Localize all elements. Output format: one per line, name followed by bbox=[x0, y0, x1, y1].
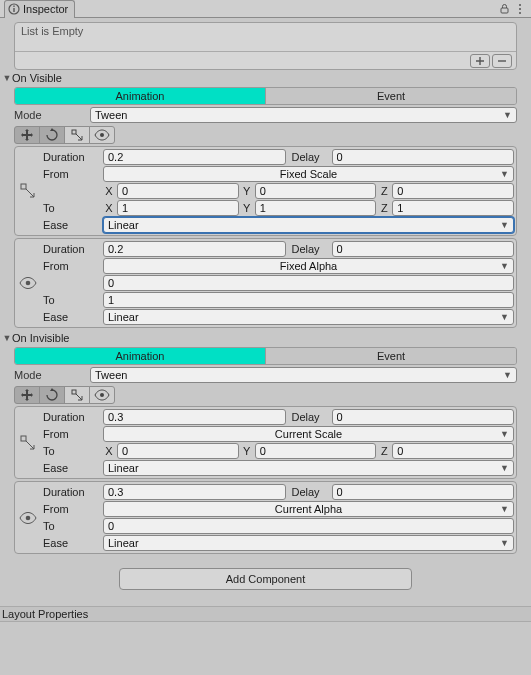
tab-animation[interactable]: Animation bbox=[15, 88, 266, 104]
tool-visibility[interactable] bbox=[89, 126, 115, 144]
delay-label: Delay bbox=[292, 151, 332, 163]
on-invisible-title: On Invisible bbox=[12, 332, 69, 344]
svg-point-10 bbox=[26, 281, 31, 286]
tool-move[interactable] bbox=[14, 126, 40, 144]
invisible-subtabs: Animation Event bbox=[14, 347, 517, 365]
to-alpha-input[interactable] bbox=[103, 518, 514, 534]
to-x-input[interactable] bbox=[117, 200, 239, 216]
svg-rect-7 bbox=[72, 130, 76, 134]
tool-scale[interactable] bbox=[64, 386, 90, 404]
duration-label: Duration bbox=[43, 151, 103, 163]
delay-input[interactable] bbox=[332, 409, 515, 425]
inspector-tab[interactable]: Inspector bbox=[4, 0, 75, 18]
to-z-input[interactable] bbox=[392, 200, 514, 216]
from-y-input[interactable] bbox=[255, 183, 377, 199]
ease-dropdown[interactable]: Linear▼ bbox=[103, 535, 514, 551]
to-y-input[interactable] bbox=[255, 443, 377, 459]
invisible-anim-alpha: Duration Delay From Current Alpha▼ To Ea… bbox=[14, 481, 517, 554]
axis-y-label: Y bbox=[241, 185, 253, 197]
delay-input[interactable] bbox=[332, 484, 515, 500]
tool-move[interactable] bbox=[14, 386, 40, 404]
svg-rect-13 bbox=[21, 436, 26, 441]
visible-toolbar bbox=[14, 126, 517, 144]
from-alpha-dropdown[interactable]: Fixed Alpha▼ bbox=[103, 258, 514, 274]
delay-input[interactable] bbox=[332, 149, 515, 165]
duration-input[interactable] bbox=[103, 149, 286, 165]
svg-point-5 bbox=[519, 8, 521, 10]
ease-dropdown[interactable]: Linear▼ bbox=[103, 309, 514, 325]
from-alpha-input[interactable] bbox=[103, 275, 514, 291]
add-component-button[interactable]: Add Component bbox=[119, 568, 411, 590]
to-z-input[interactable] bbox=[392, 443, 514, 459]
from-z-input[interactable] bbox=[392, 183, 514, 199]
duration-input[interactable] bbox=[103, 484, 286, 500]
mode-dropdown[interactable]: Tween▼ bbox=[90, 107, 517, 123]
to-x-input[interactable] bbox=[117, 443, 239, 459]
ease-dropdown[interactable]: Linear▼ bbox=[103, 217, 514, 233]
svg-rect-3 bbox=[501, 8, 508, 13]
from-label: From bbox=[43, 168, 103, 180]
duration-input[interactable] bbox=[103, 409, 286, 425]
axis-z-label: Z bbox=[378, 185, 390, 197]
list-box: List is Empty bbox=[14, 22, 517, 70]
visible-anim-scale: Duration Delay From Fixed Scale▼ X Y Z bbox=[14, 146, 517, 236]
svg-rect-1 bbox=[13, 8, 14, 12]
ease-dropdown[interactable]: Linear▼ bbox=[103, 460, 514, 476]
tool-visibility[interactable] bbox=[89, 386, 115, 404]
info-icon bbox=[8, 3, 20, 15]
tool-rotate[interactable] bbox=[39, 386, 65, 404]
svg-point-8 bbox=[100, 133, 104, 137]
to-y-input[interactable] bbox=[255, 200, 377, 216]
svg-point-4 bbox=[519, 4, 521, 6]
layout-properties-header[interactable]: Layout Properties bbox=[0, 606, 531, 622]
delay-input[interactable] bbox=[332, 241, 515, 257]
remove-item-button[interactable] bbox=[492, 54, 512, 68]
on-visible-header[interactable]: ▼ On Visible bbox=[0, 70, 531, 86]
axis-x-label: X bbox=[103, 185, 115, 197]
foldout-icon: ▼ bbox=[2, 333, 12, 343]
list-empty-label: List is Empty bbox=[15, 23, 516, 39]
kebab-icon[interactable] bbox=[513, 2, 527, 16]
tab-animation[interactable]: Animation bbox=[15, 348, 266, 364]
visibility-icon bbox=[17, 241, 39, 325]
svg-rect-9 bbox=[21, 184, 26, 189]
to-alpha-input[interactable] bbox=[103, 292, 514, 308]
from-dropdown[interactable]: Fixed Scale▼ bbox=[103, 166, 514, 182]
mode-label: Mode bbox=[14, 109, 90, 121]
tab-event[interactable]: Event bbox=[266, 348, 516, 364]
from-alpha-dropdown[interactable]: Current Alpha▼ bbox=[103, 501, 514, 517]
invisible-anim-scale: Duration Delay From Current Scale▼ To X … bbox=[14, 406, 517, 479]
tool-rotate[interactable] bbox=[39, 126, 65, 144]
svg-point-6 bbox=[519, 12, 521, 14]
on-invisible-header[interactable]: ▼ On Invisible bbox=[0, 330, 531, 346]
visibility-icon bbox=[17, 484, 39, 551]
from-dropdown[interactable]: Current Scale▼ bbox=[103, 426, 514, 442]
svg-point-14 bbox=[26, 515, 31, 520]
svg-rect-11 bbox=[72, 390, 76, 394]
ease-label: Ease bbox=[43, 219, 103, 231]
tab-event[interactable]: Event bbox=[266, 88, 516, 104]
invisible-toolbar bbox=[14, 386, 517, 404]
visible-subtabs: Animation Event bbox=[14, 87, 517, 105]
scale-icon bbox=[17, 149, 39, 233]
duration-input[interactable] bbox=[103, 241, 286, 257]
add-item-button[interactable] bbox=[470, 54, 490, 68]
svg-rect-2 bbox=[13, 6, 14, 7]
inspector-title: Inspector bbox=[23, 3, 68, 15]
svg-point-12 bbox=[100, 393, 104, 397]
inspector-header: Inspector bbox=[0, 0, 531, 18]
to-label: To bbox=[43, 202, 103, 214]
lock-icon[interactable] bbox=[497, 2, 511, 16]
on-visible-title: On Visible bbox=[12, 72, 62, 84]
mode-dropdown[interactable]: Tween▼ bbox=[90, 367, 517, 383]
tool-scale[interactable] bbox=[64, 126, 90, 144]
visible-anim-alpha: Duration Delay From Fixed Alpha▼ To Eas bbox=[14, 238, 517, 328]
from-x-input[interactable] bbox=[117, 183, 239, 199]
foldout-icon: ▼ bbox=[2, 73, 12, 83]
scale-icon bbox=[17, 409, 39, 476]
